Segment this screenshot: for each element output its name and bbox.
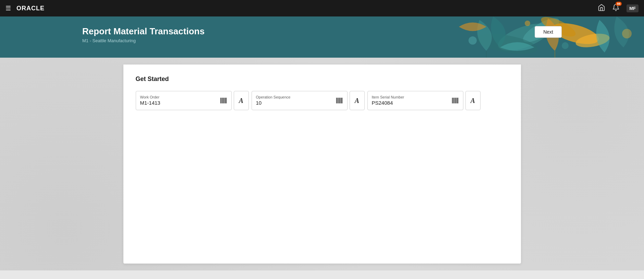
hamburger-menu-icon[interactable]: ☰ <box>5 4 11 12</box>
svg-rect-20 <box>336 98 337 104</box>
svg-rect-17 <box>224 98 224 104</box>
decoration-svg <box>267 16 644 58</box>
font-icon-2: A <box>355 97 359 105</box>
svg-rect-35 <box>458 98 458 104</box>
operation-sequence-font-button[interactable]: A <box>350 91 365 110</box>
background-area: Get Started Work Order M1-1413 <box>0 58 644 270</box>
navbar-right: 88 MF <box>598 4 639 13</box>
svg-rect-28 <box>452 98 452 104</box>
item-serial-number-input-wrapper[interactable]: Item Serial Number PS24084 <box>367 91 463 110</box>
work-order-input-inner: Work Order M1-1413 <box>140 95 220 106</box>
svg-rect-30 <box>453 98 454 104</box>
svg-rect-25 <box>340 98 340 104</box>
fields-row: Work Order M1-1413 <box>136 91 509 110</box>
svg-point-4 <box>575 32 611 50</box>
page-subtitle: M1 - Seattle Manufacturing <box>82 38 205 43</box>
svg-point-7 <box>525 21 530 26</box>
item-serial-number-label: Item Serial Number <box>372 95 451 99</box>
svg-rect-34 <box>457 98 457 104</box>
svg-rect-26 <box>341 98 341 104</box>
work-order-group: Work Order M1-1413 <box>136 91 249 110</box>
item-serial-number-font-button[interactable]: A <box>465 91 481 110</box>
svg-rect-33 <box>456 98 456 104</box>
user-avatar[interactable]: MF <box>627 4 639 12</box>
header-decoration <box>233 16 644 58</box>
work-order-label: Work Order <box>140 95 220 99</box>
top-navbar: ☰ ORACLE 88 MF <box>0 0 644 16</box>
font-icon-3: A <box>471 97 475 105</box>
operation-sequence-input-inner: Operation Sequence 10 <box>256 95 336 106</box>
work-order-barcode-icon[interactable] <box>220 97 227 104</box>
svg-rect-22 <box>338 98 338 104</box>
home-icon[interactable] <box>598 4 605 13</box>
svg-rect-23 <box>339 98 339 104</box>
item-serial-number-input-inner: Item Serial Number PS24084 <box>372 95 451 106</box>
svg-rect-14 <box>222 98 222 104</box>
bell-icon[interactable]: 88 <box>612 4 620 13</box>
svg-rect-24 <box>339 98 340 104</box>
svg-rect-19 <box>226 98 227 104</box>
svg-rect-15 <box>223 98 223 104</box>
oracle-logo: ORACLE <box>16 5 45 12</box>
next-button[interactable]: Next <box>535 26 562 38</box>
svg-rect-32 <box>455 98 456 104</box>
operation-sequence-label: Operation Sequence <box>256 95 336 99</box>
svg-rect-12 <box>220 98 221 104</box>
content-card: Get Started Work Order M1-1413 <box>123 65 521 264</box>
work-order-value: M1-1413 <box>140 100 160 106</box>
section-title: Get Started <box>136 75 509 83</box>
svg-point-6 <box>469 36 477 45</box>
item-serial-number-barcode-icon[interactable] <box>451 97 459 104</box>
svg-rect-27 <box>342 98 342 104</box>
operation-sequence-input-wrapper[interactable]: Operation Sequence 10 <box>252 91 348 110</box>
notification-badge: 88 <box>616 2 622 6</box>
header-title-area: Report Material Transactions M1 - Seattl… <box>82 23 205 43</box>
svg-rect-16 <box>223 98 224 104</box>
navbar-left: ☰ ORACLE <box>5 4 45 12</box>
svg-rect-18 <box>225 98 226 104</box>
page-title: Report Material Transactions <box>82 26 205 37</box>
operation-sequence-barcode-icon[interactable] <box>336 97 343 104</box>
svg-rect-31 <box>454 98 455 104</box>
operation-sequence-value: 10 <box>256 100 262 106</box>
svg-point-2 <box>475 30 539 58</box>
item-serial-number-value: PS24084 <box>372 100 393 106</box>
item-serial-number-group: Item Serial Number PS24084 <box>367 91 481 110</box>
svg-point-8 <box>562 42 569 49</box>
operation-sequence-group: Operation Sequence 10 <box>252 91 365 110</box>
font-icon: A <box>239 97 243 105</box>
svg-rect-13 <box>221 98 221 104</box>
svg-rect-29 <box>453 98 453 104</box>
page-header: Report Material Transactions M1 - Seattl… <box>0 16 644 58</box>
work-order-input-wrapper[interactable]: Work Order M1-1413 <box>136 91 232 110</box>
work-order-font-button[interactable]: A <box>234 91 249 110</box>
svg-rect-21 <box>337 98 337 104</box>
svg-point-9 <box>622 29 632 38</box>
